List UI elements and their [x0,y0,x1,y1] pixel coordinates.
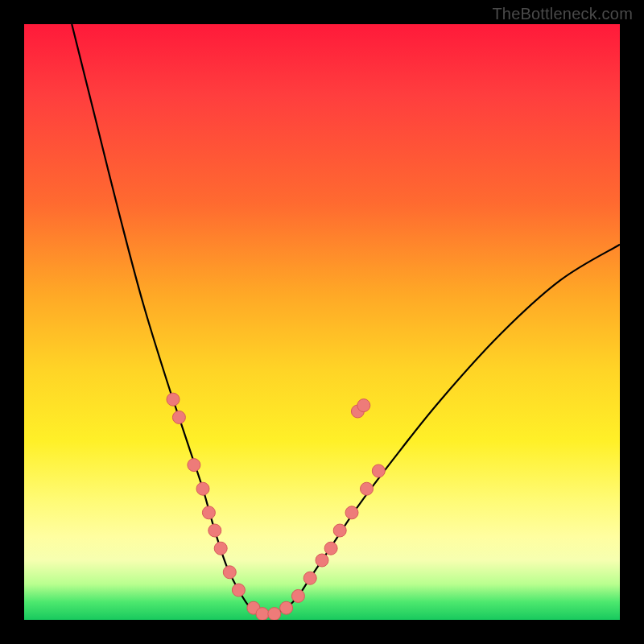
data-markers [167,393,385,620]
chart-frame: TheBottleneck.com [0,0,644,644]
data-marker [357,399,370,412]
data-marker [167,393,180,406]
data-marker [372,464,385,477]
bottleneck-curve [72,24,620,615]
data-marker [333,524,346,537]
data-marker [345,506,358,519]
data-marker [196,482,209,495]
data-marker [214,542,227,555]
data-marker [223,566,236,579]
data-marker [324,542,337,555]
watermark-text: TheBottleneck.com [492,5,633,23]
data-marker [232,584,245,597]
data-marker [303,572,316,584]
data-marker [280,601,293,614]
data-marker [172,411,185,423]
plot-area [24,24,620,620]
data-marker [256,608,269,620]
data-marker [188,459,200,472]
data-marker [316,554,328,567]
data-marker [361,482,374,495]
data-marker [202,506,215,519]
data-marker [291,589,304,602]
data-marker [208,524,221,537]
chart-overlay [24,24,620,620]
data-marker [268,608,281,620]
